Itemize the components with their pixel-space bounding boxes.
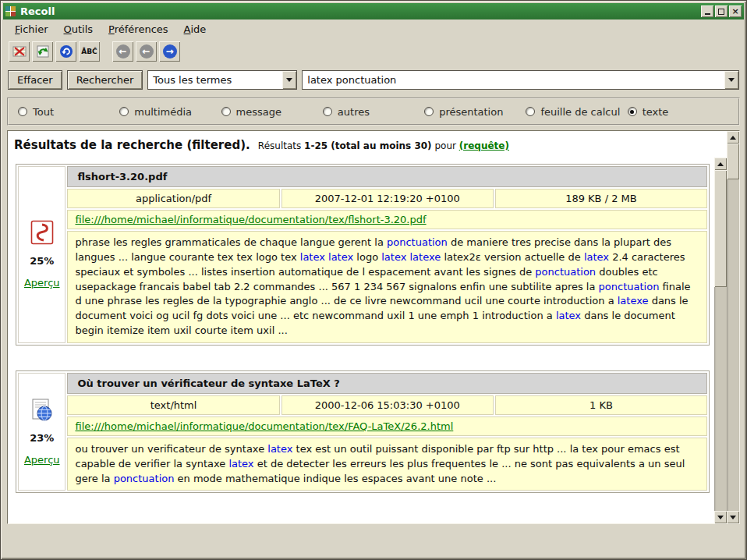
arrow-down-icon [717,516,724,519]
results-header: Résultats de la recherche (filtered). Ré… [8,131,727,158]
close-icon: × [731,7,738,16]
search-mode-value: Tous les termes [148,71,282,89]
doc-category-filter-panel: Tout multimédia message autres présentat… [7,97,740,126]
toolbar-group-nav: ← ← → [112,41,181,62]
relevance-percent: 23% [30,432,54,444]
menu-outils[interactable]: Outils [57,21,101,37]
maximize-icon [718,9,724,15]
clear-button[interactable]: Effacer [8,70,62,90]
radio-button[interactable] [526,107,535,116]
filter-message[interactable]: message [221,106,323,118]
prev-page-button[interactable]: ← [136,41,157,62]
result-mime: text/html [67,395,279,415]
result-entry: 25% Aperçu flshort-3.20.pdf application/… [16,164,710,346]
clear-search-button[interactable] [9,41,30,62]
toolbar-group-main: ÂBĈ [8,41,101,62]
scroll-down-button[interactable] [714,511,727,523]
minimize-icon [705,13,710,15]
chevron-down-icon [286,78,292,82]
result-mime: application/pdf [67,189,279,208]
results-view: Résultats de la recherche (filtered). Ré… [8,131,727,523]
scroll-down-button[interactable] [727,511,739,523]
scroll-up-button[interactable] [714,158,727,170]
menu-preferences[interactable]: Préférences [101,21,175,37]
window-buttons: × [701,5,742,17]
filter-presentation[interactable]: présentation [424,106,526,118]
search-query-input[interactable] [303,71,724,89]
chevron-down-icon [728,78,735,82]
table-clear-icon [12,44,27,59]
scrollbar-track[interactable] [714,287,727,511]
result-size: 1 KB [495,395,707,415]
results-range: 1-25 (total au moins 30) [304,140,432,151]
results-summary: Résultats 1-25 (total au moins 30) pour … [258,140,509,151]
scrollbar-thumb[interactable] [727,144,739,179]
update-index-button[interactable] [32,41,53,62]
index-update-icon [35,44,51,59]
result-title: flshort-3.20.pdf [67,166,707,187]
close-button[interactable]: × [729,5,742,17]
result-date: 2007-12-01 12:19:20 +0100 [281,189,494,208]
toolbar: ÂBĈ ← ← → [3,38,744,64]
radio-button[interactable] [628,107,637,116]
query-details-link[interactable]: (requête) [459,140,509,151]
search-button[interactable]: Rechercher [67,70,143,90]
search-mode-combobox[interactable]: Tous les termes [147,70,297,90]
menu-aide[interactable]: Aide [177,21,214,37]
result-date: 2000-12-06 15:03:30 +0100 [281,395,494,415]
run-query-icon [58,44,74,59]
next-page-arrow-icon: → [163,44,177,58]
results-list-scrollbar[interactable] [714,158,727,523]
scroll-up-button[interactable] [727,131,739,144]
result-entry: 23% Aperçu Où trouver un vérificateur de… [16,370,710,494]
menubar: Fichier Outils Préférences Aide [3,19,744,38]
result-size: 189 KB / 2 MB [495,189,707,208]
filter-texte[interactable]: texte [628,106,729,118]
filter-autres[interactable]: autres [323,106,424,118]
previous-page-arrow-icon: ← [140,44,154,58]
query-history-dropdown-button[interactable] [724,71,738,89]
first-page-button[interactable]: ← [112,41,133,62]
next-page-button[interactable]: → [159,41,180,62]
filter-tout[interactable]: Tout [18,106,119,118]
radio-button[interactable] [221,107,231,116]
radio-button[interactable] [119,107,129,116]
filter-multimedia[interactable]: multimédia [119,106,221,118]
result-url-link[interactable]: file:///home/michael/informatique/docume… [75,420,453,432]
preview-link[interactable]: Aperçu [24,454,60,466]
arrow-up-icon [730,136,736,140]
arrow-down-icon [730,516,736,519]
radio-button[interactable] [323,107,332,116]
result-abstract: ou trouver un verificateur de syntaxe la… [67,438,707,491]
preview-link[interactable]: Aperçu [24,277,60,289]
query-combobox[interactable] [302,70,739,90]
results-body: 25% Aperçu flshort-3.20.pdf application/… [8,158,727,523]
results-view-scrollbar[interactable] [727,131,739,523]
search-mode-dropdown-button[interactable] [282,71,296,89]
filter-feuille-de-calcul[interactable]: feuille de calcul [526,106,627,118]
first-page-arrow-icon: ← [116,44,130,58]
radio-button[interactable] [18,107,27,116]
pdf-icon [30,220,54,245]
app-icon [5,6,16,16]
result-url-link[interactable]: file:///home/michael/informatique/docume… [75,214,426,225]
relevance-percent: 25% [30,255,54,267]
abc-term-explorer-icon: ÂBĈ [81,48,97,55]
search-row: Effacer Rechercher Tous les termes [3,64,744,95]
arrow-up-icon [717,162,724,166]
scrollbar-thumb[interactable] [714,170,727,287]
scrollbar-track[interactable] [727,179,739,511]
titlebar[interactable]: Recoll × [3,3,744,19]
window-title: Recoll [20,5,696,17]
recoll-window: Recoll × Fichier Outils Préférences Aide [0,0,747,560]
menu-fichier[interactable]: Fichier [8,21,55,37]
result-abstract: phrase les regles grammaticales de chaqu… [67,231,707,343]
status-bar [3,524,744,557]
results-title: Résultats de la recherche (filtered). [14,138,250,152]
html-page-icon [31,399,53,422]
minimize-button[interactable] [701,5,713,17]
run-query-button[interactable] [55,41,76,62]
maximize-button[interactable] [715,5,728,17]
term-explorer-button[interactable]: ÂBĈ [79,41,100,62]
radio-button[interactable] [424,107,434,116]
